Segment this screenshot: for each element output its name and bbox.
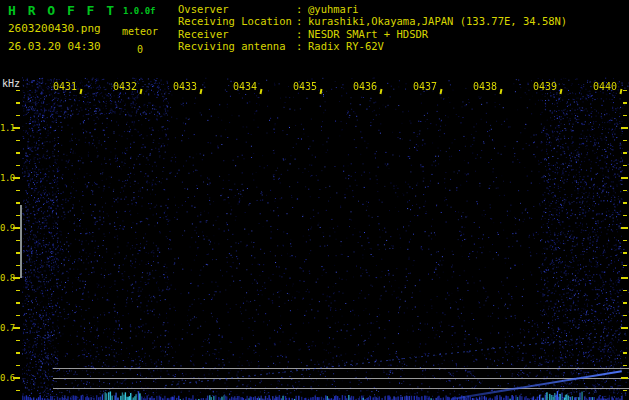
- info-value: NESDR SMArt + HDSDR: [308, 28, 428, 40]
- time-label-0436: 0436: [349, 81, 381, 92]
- y-axis-tick-left: [16, 90, 20, 92]
- y-axis-tick-left: [16, 252, 20, 254]
- meteor-count: 0: [116, 44, 164, 55]
- time-label-0433: 0433: [169, 81, 201, 92]
- y-axis-tick-right: [623, 265, 627, 267]
- freq-label-0-9: 0.9: [0, 223, 14, 233]
- info-label: Ovserver: [178, 3, 296, 15]
- y-axis-tick-right: [623, 252, 627, 254]
- freq-label-0-6: 0.6: [0, 373, 14, 383]
- y-axis-tick-left: [13, 327, 20, 329]
- y-axis-tick-left: [16, 202, 20, 204]
- y-axis-tick-right: [623, 290, 627, 292]
- y-axis-tick-left: [16, 240, 20, 242]
- y-axis-tick-left: [13, 177, 20, 179]
- y-axis-tick-left: [13, 227, 20, 229]
- y-axis-tick-right: [623, 165, 627, 167]
- time-label-0435: 0435: [289, 81, 321, 92]
- hrofft-window: H R O F F T 1.0.0f 2603200430.png 26.03.…: [0, 0, 629, 400]
- time-label-0431: 0431: [49, 81, 81, 92]
- time-label-0437: 0437: [409, 81, 441, 92]
- info-label: Receiver: [178, 28, 296, 40]
- y-axis-tick-left: [16, 390, 20, 392]
- info-label: Recviving antenna: [178, 40, 296, 52]
- y-axis-tick-left: [13, 127, 20, 129]
- y-axis-tick-right: [623, 202, 627, 204]
- y-axis-tick-right: [621, 277, 628, 279]
- station-info-row-antenna: Recviving antenna:Radix RY-62V: [178, 40, 567, 52]
- y-axis-tick-right: [623, 90, 627, 92]
- freq-label-1-1: 1.1: [0, 123, 14, 133]
- y-axis-tick-right: [623, 140, 627, 142]
- y-axis-tick-right: [621, 327, 628, 329]
- y-axis-tick-right: [623, 352, 627, 354]
- time-label-0438: 0438: [469, 81, 501, 92]
- y-axis-tick-right: [623, 302, 627, 304]
- station-info-row-location: Receiving Location:kurashiki,Okayama,JAP…: [178, 15, 567, 27]
- y-axis-tick-left: [16, 302, 20, 304]
- y-axis-tick-right: [623, 240, 627, 242]
- y-axis-tick-left: [16, 290, 20, 292]
- time-label-0432: 0432: [109, 81, 141, 92]
- app-title: H R O F F T: [8, 3, 116, 18]
- station-info-row-receiver: Receiver:NESDR SMArt + HDSDR: [178, 28, 567, 40]
- y-axis-tick-right: [621, 127, 628, 129]
- y-axis-tick-right: [623, 365, 627, 367]
- info-colon: :: [296, 40, 308, 52]
- app-version: 1.0.0f: [123, 6, 156, 16]
- y-axis-tick-left: [16, 140, 20, 142]
- y-axis-tick-right: [623, 340, 627, 342]
- y-axis-tick-right: [623, 190, 627, 192]
- reference-line-lower: [53, 388, 629, 389]
- freq-label-1-0: 1.0: [0, 173, 14, 183]
- y-axis-tick-left: [13, 277, 20, 279]
- y-axis-tick-left: [16, 165, 20, 167]
- y-axis-tick-left: [16, 265, 20, 267]
- station-info: Ovserver:@yuhmari Receiving Location:kur…: [178, 3, 567, 53]
- spectrogram-canvas: [22, 77, 629, 400]
- y-axis-tick-left: [16, 152, 20, 154]
- y-axis-unit: kHz: [2, 78, 20, 89]
- y-axis-tick-left: [16, 102, 20, 104]
- capture-datetime: 26.03.20 04:30: [8, 40, 101, 53]
- info-value: Radix RY-62V: [308, 40, 384, 52]
- meteor-counter: meteor 0: [116, 26, 164, 55]
- info-colon: :: [296, 15, 308, 27]
- info-colon: :: [296, 3, 308, 15]
- time-label-0440: 0440: [589, 81, 621, 92]
- y-axis-tick-right: [623, 390, 627, 392]
- info-value: kurashiki,Okayama,JAPAN (133.77E, 34.58N…: [308, 15, 567, 27]
- freq-label-0-7: 0.7: [0, 323, 14, 333]
- meteor-label: meteor: [116, 26, 164, 37]
- y-axis-tick-right: [623, 315, 627, 317]
- info-value: @yuhmari: [308, 3, 359, 15]
- y-axis-tick-right: [623, 215, 627, 217]
- y-axis-tick-right: [623, 115, 627, 117]
- info-colon: :: [296, 28, 308, 40]
- y-axis-tick-left: [16, 340, 20, 342]
- y-axis-tick-left: [16, 365, 20, 367]
- y-axis-tick-right: [623, 102, 627, 104]
- y-axis-tick-left: [16, 190, 20, 192]
- output-filename: 2603200430.png: [8, 22, 101, 35]
- y-axis-tick-left: [16, 315, 20, 317]
- y-axis-tick-right: [621, 177, 628, 179]
- y-axis-tick-left: [16, 215, 20, 217]
- y-axis-tick-left: [13, 377, 20, 379]
- reference-line-upper: [53, 368, 629, 369]
- y-axis-tick-right: [621, 377, 628, 379]
- info-label: Receiving Location: [178, 15, 296, 27]
- y-axis-tick-right: [623, 152, 627, 154]
- y-axis-tick-left: [16, 115, 20, 117]
- time-label-0434: 0434: [229, 81, 261, 92]
- freq-label-0-8: 0.8: [0, 273, 14, 283]
- time-label-0439: 0439: [529, 81, 561, 92]
- calibration-line: [20, 205, 22, 278]
- reference-line-middle: [53, 378, 629, 379]
- y-axis-tick-right: [621, 227, 628, 229]
- station-info-row-observer: Ovserver:@yuhmari: [178, 3, 567, 15]
- y-axis-tick-left: [16, 352, 20, 354]
